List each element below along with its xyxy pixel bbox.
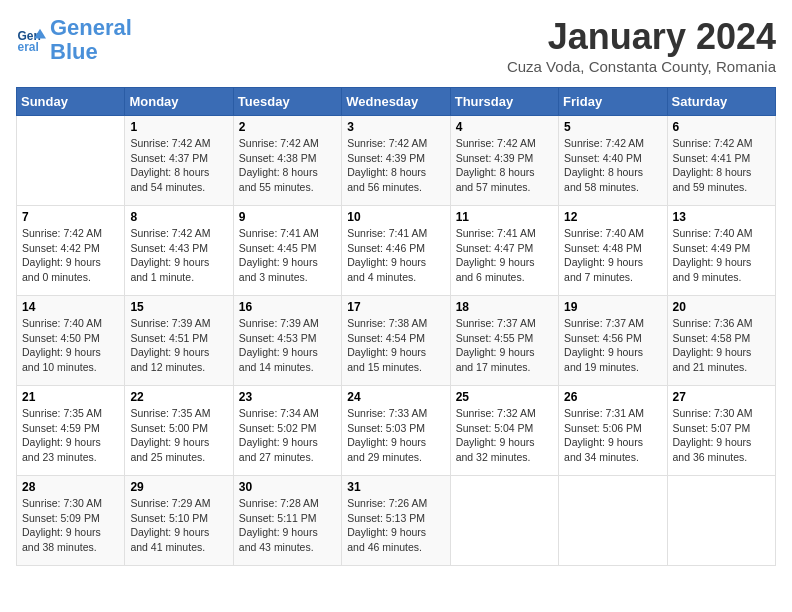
calendar-cell: 10 Sunrise: 7:41 AMSunset: 4:46 PMDaylig… — [342, 206, 450, 296]
calendar-cell: 12 Sunrise: 7:40 AMSunset: 4:48 PMDaylig… — [559, 206, 667, 296]
day-number: 4 — [456, 120, 553, 134]
calendar-cell: 24 Sunrise: 7:33 AMSunset: 5:03 PMDaylig… — [342, 386, 450, 476]
main-title: January 2024 — [507, 16, 776, 58]
cell-info: Sunrise: 7:39 AMSunset: 4:53 PMDaylight:… — [239, 316, 336, 375]
calendar-cell: 20 Sunrise: 7:36 AMSunset: 4:58 PMDaylig… — [667, 296, 775, 386]
day-number: 10 — [347, 210, 444, 224]
day-number: 14 — [22, 300, 119, 314]
day-number: 23 — [239, 390, 336, 404]
day-number: 18 — [456, 300, 553, 314]
cell-info: Sunrise: 7:36 AMSunset: 4:58 PMDaylight:… — [673, 316, 770, 375]
cell-info: Sunrise: 7:30 AMSunset: 5:07 PMDaylight:… — [673, 406, 770, 465]
calendar-cell: 23 Sunrise: 7:34 AMSunset: 5:02 PMDaylig… — [233, 386, 341, 476]
cell-info: Sunrise: 7:41 AMSunset: 4:47 PMDaylight:… — [456, 226, 553, 285]
calendar-cell: 11 Sunrise: 7:41 AMSunset: 4:47 PMDaylig… — [450, 206, 558, 296]
header-tuesday: Tuesday — [233, 88, 341, 116]
week-row-1: 1 Sunrise: 7:42 AMSunset: 4:37 PMDayligh… — [17, 116, 776, 206]
cell-info: Sunrise: 7:42 AMSunset: 4:39 PMDaylight:… — [347, 136, 444, 195]
cell-info: Sunrise: 7:40 AMSunset: 4:49 PMDaylight:… — [673, 226, 770, 285]
calendar-cell: 30 Sunrise: 7:28 AMSunset: 5:11 PMDaylig… — [233, 476, 341, 566]
cell-info: Sunrise: 7:42 AMSunset: 4:40 PMDaylight:… — [564, 136, 661, 195]
logo-line1: General — [50, 15, 132, 40]
cell-info: Sunrise: 7:29 AMSunset: 5:10 PMDaylight:… — [130, 496, 227, 555]
subtitle: Cuza Voda, Constanta County, Romania — [507, 58, 776, 75]
calendar-cell: 27 Sunrise: 7:30 AMSunset: 5:07 PMDaylig… — [667, 386, 775, 476]
cell-info: Sunrise: 7:39 AMSunset: 4:51 PMDaylight:… — [130, 316, 227, 375]
calendar-cell: 15 Sunrise: 7:39 AMSunset: 4:51 PMDaylig… — [125, 296, 233, 386]
calendar-cell — [667, 476, 775, 566]
cell-info: Sunrise: 7:28 AMSunset: 5:11 PMDaylight:… — [239, 496, 336, 555]
calendar-cell — [17, 116, 125, 206]
day-number: 21 — [22, 390, 119, 404]
calendar-cell: 5 Sunrise: 7:42 AMSunset: 4:40 PMDayligh… — [559, 116, 667, 206]
calendar-cell: 7 Sunrise: 7:42 AMSunset: 4:42 PMDayligh… — [17, 206, 125, 296]
calendar-table: SundayMondayTuesdayWednesdayThursdayFrid… — [16, 87, 776, 566]
day-number: 30 — [239, 480, 336, 494]
cell-info: Sunrise: 7:42 AMSunset: 4:37 PMDaylight:… — [130, 136, 227, 195]
calendar-cell: 2 Sunrise: 7:42 AMSunset: 4:38 PMDayligh… — [233, 116, 341, 206]
day-number: 22 — [130, 390, 227, 404]
calendar-cell — [450, 476, 558, 566]
calendar-cell: 21 Sunrise: 7:35 AMSunset: 4:59 PMDaylig… — [17, 386, 125, 476]
cell-info: Sunrise: 7:41 AMSunset: 4:46 PMDaylight:… — [347, 226, 444, 285]
calendar-cell: 28 Sunrise: 7:30 AMSunset: 5:09 PMDaylig… — [17, 476, 125, 566]
calendar-cell: 31 Sunrise: 7:26 AMSunset: 5:13 PMDaylig… — [342, 476, 450, 566]
day-number: 6 — [673, 120, 770, 134]
day-number: 16 — [239, 300, 336, 314]
calendar-cell: 8 Sunrise: 7:42 AMSunset: 4:43 PMDayligh… — [125, 206, 233, 296]
calendar-cell — [559, 476, 667, 566]
calendar-cell: 6 Sunrise: 7:42 AMSunset: 4:41 PMDayligh… — [667, 116, 775, 206]
day-number: 5 — [564, 120, 661, 134]
cell-info: Sunrise: 7:42 AMSunset: 4:39 PMDaylight:… — [456, 136, 553, 195]
cell-info: Sunrise: 7:42 AMSunset: 4:42 PMDaylight:… — [22, 226, 119, 285]
calendar-cell: 19 Sunrise: 7:37 AMSunset: 4:56 PMDaylig… — [559, 296, 667, 386]
day-number: 24 — [347, 390, 444, 404]
day-number: 7 — [22, 210, 119, 224]
page-header: Gen eral General Blue January 2024 Cuza … — [16, 16, 776, 75]
calendar-cell: 1 Sunrise: 7:42 AMSunset: 4:37 PMDayligh… — [125, 116, 233, 206]
day-number: 20 — [673, 300, 770, 314]
logo-icon: Gen eral — [16, 25, 46, 55]
cell-info: Sunrise: 7:37 AMSunset: 4:56 PMDaylight:… — [564, 316, 661, 375]
cell-info: Sunrise: 7:38 AMSunset: 4:54 PMDaylight:… — [347, 316, 444, 375]
cell-info: Sunrise: 7:40 AMSunset: 4:50 PMDaylight:… — [22, 316, 119, 375]
day-number: 1 — [130, 120, 227, 134]
day-number: 13 — [673, 210, 770, 224]
day-number: 11 — [456, 210, 553, 224]
cell-info: Sunrise: 7:34 AMSunset: 5:02 PMDaylight:… — [239, 406, 336, 465]
day-number: 9 — [239, 210, 336, 224]
cell-info: Sunrise: 7:42 AMSunset: 4:38 PMDaylight:… — [239, 136, 336, 195]
day-number: 8 — [130, 210, 227, 224]
day-number: 31 — [347, 480, 444, 494]
calendar-cell: 22 Sunrise: 7:35 AMSunset: 5:00 PMDaylig… — [125, 386, 233, 476]
cell-info: Sunrise: 7:37 AMSunset: 4:55 PMDaylight:… — [456, 316, 553, 375]
calendar-cell: 17 Sunrise: 7:38 AMSunset: 4:54 PMDaylig… — [342, 296, 450, 386]
logo-line2: Blue — [50, 39, 98, 64]
calendar-cell: 18 Sunrise: 7:37 AMSunset: 4:55 PMDaylig… — [450, 296, 558, 386]
header-monday: Monday — [125, 88, 233, 116]
header-friday: Friday — [559, 88, 667, 116]
header-sunday: Sunday — [17, 88, 125, 116]
calendar-cell: 3 Sunrise: 7:42 AMSunset: 4:39 PMDayligh… — [342, 116, 450, 206]
logo-text: General Blue — [50, 16, 132, 64]
header-wednesday: Wednesday — [342, 88, 450, 116]
calendar-cell: 9 Sunrise: 7:41 AMSunset: 4:45 PMDayligh… — [233, 206, 341, 296]
cell-info: Sunrise: 7:41 AMSunset: 4:45 PMDaylight:… — [239, 226, 336, 285]
day-number: 12 — [564, 210, 661, 224]
week-row-2: 7 Sunrise: 7:42 AMSunset: 4:42 PMDayligh… — [17, 206, 776, 296]
day-number: 19 — [564, 300, 661, 314]
day-number: 17 — [347, 300, 444, 314]
day-number: 15 — [130, 300, 227, 314]
day-number: 29 — [130, 480, 227, 494]
week-row-4: 21 Sunrise: 7:35 AMSunset: 4:59 PMDaylig… — [17, 386, 776, 476]
calendar-cell: 13 Sunrise: 7:40 AMSunset: 4:49 PMDaylig… — [667, 206, 775, 296]
day-number: 27 — [673, 390, 770, 404]
cell-info: Sunrise: 7:40 AMSunset: 4:48 PMDaylight:… — [564, 226, 661, 285]
cell-info: Sunrise: 7:33 AMSunset: 5:03 PMDaylight:… — [347, 406, 444, 465]
calendar-cell: 16 Sunrise: 7:39 AMSunset: 4:53 PMDaylig… — [233, 296, 341, 386]
day-number: 26 — [564, 390, 661, 404]
cell-info: Sunrise: 7:35 AMSunset: 4:59 PMDaylight:… — [22, 406, 119, 465]
cell-info: Sunrise: 7:32 AMSunset: 5:04 PMDaylight:… — [456, 406, 553, 465]
cell-info: Sunrise: 7:26 AMSunset: 5:13 PMDaylight:… — [347, 496, 444, 555]
day-number: 25 — [456, 390, 553, 404]
